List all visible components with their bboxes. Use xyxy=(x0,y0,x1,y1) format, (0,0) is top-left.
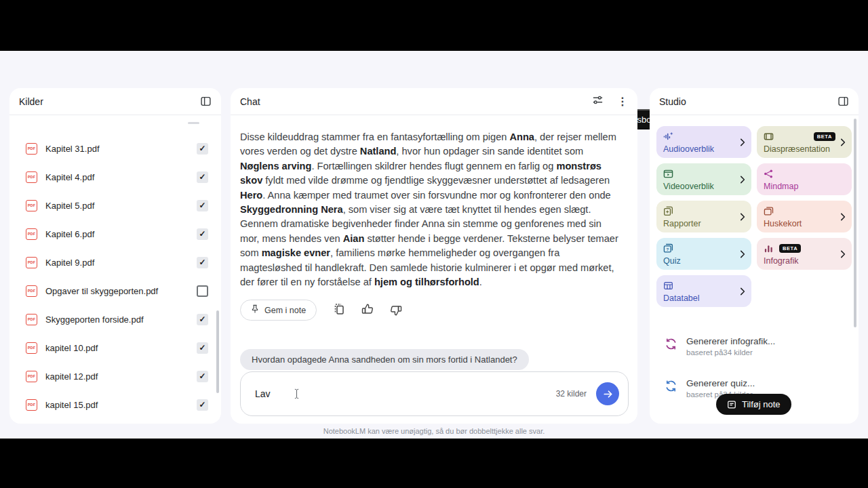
chat-input-value[interactable]: Lav xyxy=(255,388,271,399)
source-name: Kapitel 9.pdf xyxy=(45,258,189,268)
task-title: Genererer infografik... xyxy=(686,336,775,346)
pdf-file-icon: PDF xyxy=(26,257,37,268)
studio-card-label: Audiooverblik xyxy=(663,144,714,154)
source-row-kapitel-31-pdf[interactable]: PDF Kapitel 31.pdf ✓ xyxy=(9,134,221,163)
chevron-right-icon xyxy=(740,287,745,296)
source-row-kapitel-10-pdf[interactable]: PDF kapitel 10.pdf ✓ xyxy=(9,333,221,362)
source-name: Kapitel 6.pdf xyxy=(45,229,189,239)
pdf-file-icon: PDF xyxy=(26,371,37,382)
beta-badge: BETA xyxy=(814,132,835,141)
source-checkbox[interactable]: ✓ xyxy=(197,200,208,211)
source-row-opgaver-til-skyggeporten-pdf[interactable]: PDF Opgaver til skyggeporten.pdf xyxy=(9,277,221,305)
text-cursor-icon xyxy=(294,388,300,399)
thumbs-down-icon[interactable] xyxy=(390,304,402,317)
suggested-question-chip[interactable]: Hvordan opdagede Anna sandheden om sin m… xyxy=(240,349,529,370)
source-row-kapitel-6-pdf[interactable]: PDF Kapitel 6.pdf ✓ xyxy=(9,220,221,248)
source-row-kapitel-4-pdf[interactable]: PDF Kapitel 4.pdf ✓ xyxy=(9,163,221,191)
studio-card-huskekort[interactable]: Huskekort xyxy=(757,201,852,232)
sources-panel-title: Kilder xyxy=(19,96,43,107)
screen: Skyggeporten + Opret notesbog Del Indsti… xyxy=(0,0,868,488)
source-checkbox[interactable]: ✓ xyxy=(197,171,208,183)
svg-text:?: ? xyxy=(667,246,669,251)
studio-card-quiz[interactable]: ? Quiz xyxy=(656,238,751,270)
note-icon xyxy=(727,400,736,409)
source-checkbox[interactable]: ✓ xyxy=(197,342,208,354)
chevron-right-icon xyxy=(740,138,745,146)
pdf-file-icon: PDF xyxy=(26,285,37,297)
sources-list: PDF Kapitel 31.pdf ✓ PDF Kapitel 4.pdf ✓… xyxy=(9,115,221,419)
studio-card-label: Diaspræsentation xyxy=(764,144,830,154)
source-checkbox[interactable]: ✓ xyxy=(197,143,208,155)
chat-input-box[interactable]: Lav 32 kilder xyxy=(240,371,629,416)
source-row-kapitel-15-pdf[interactable]: PDF kapitel 15.pdf ✓ xyxy=(9,390,221,419)
chat-settings-tune-icon[interactable] xyxy=(592,94,604,108)
datatable-icon xyxy=(663,281,673,291)
studio-card-rapporter[interactable]: Rapporter xyxy=(656,201,751,232)
pdf-file-icon: PDF xyxy=(26,228,37,240)
mindmap-icon xyxy=(764,169,774,179)
send-button[interactable] xyxy=(596,382,619,405)
studio-card-grid: Audiooverblik BETA Diaspræsentation Vide… xyxy=(656,126,852,307)
source-name: kapitel 12.pdf xyxy=(45,371,189,382)
assistant-response-text: Disse kildeuddrag stammer fra en fantasy… xyxy=(240,130,620,289)
scrolled-item-peek xyxy=(188,122,199,124)
sources-scrollbar[interactable] xyxy=(216,310,219,393)
studio-card-diaspr-sentation[interactable]: BETA Diaspræsentation xyxy=(757,126,852,158)
add-note-button[interactable]: Tilføj note xyxy=(716,394,791,415)
studio-card-label: Infografik xyxy=(764,256,798,266)
source-row-kapitel-5-pdf[interactable]: PDF Kapitel 5.pdf ✓ xyxy=(9,191,221,220)
studio-card-datatabel[interactable]: Datatabel xyxy=(656,275,751,307)
studio-scrollbar[interactable] xyxy=(854,119,856,327)
studio-card-label: Datatabel xyxy=(663,293,700,303)
source-count-chip[interactable]: 32 kilder xyxy=(556,389,587,399)
studio-card-infografik[interactable]: BETA Infografik xyxy=(757,238,852,270)
chat-panel-title: Chat xyxy=(240,96,260,107)
copy-response-icon[interactable] xyxy=(333,303,345,318)
audio-waveform-icon xyxy=(663,131,673,142)
beta-badge: BETA xyxy=(779,244,801,253)
studio-card-audiooverblik[interactable]: Audiooverblik xyxy=(656,126,751,158)
thumbs-up-icon[interactable] xyxy=(361,303,374,318)
reports-icon xyxy=(663,206,673,216)
save-to-note-button[interactable]: Gem i note xyxy=(240,300,317,321)
pdf-file-icon: PDF xyxy=(26,314,37,325)
studio-card-label: Quiz xyxy=(663,256,681,266)
source-checkbox[interactable]: ✓ xyxy=(197,314,208,325)
studio-card-videooverblik[interactable]: Videooverblik xyxy=(656,163,751,195)
chevron-right-icon xyxy=(840,138,846,146)
pdf-file-icon: PDF xyxy=(26,399,37,411)
source-name: Opgaver til skyggeporten.pdf xyxy=(45,286,189,296)
source-name: Kapitel 31.pdf xyxy=(45,144,189,154)
source-row-kapitel-12-pdf[interactable]: PDF kapitel 12.pdf ✓ xyxy=(9,362,221,390)
source-checkbox[interactable]: ✓ xyxy=(197,371,208,382)
studio-card-label: Huskekort xyxy=(764,219,802,228)
slideshow-icon xyxy=(764,131,774,142)
source-row-skyggeporten-forside-pdf[interactable]: PDF Skyggeporten forside.pdf ✓ xyxy=(9,305,221,333)
source-checkbox[interactable]: ✓ xyxy=(197,228,208,240)
collapse-studio-panel-icon[interactable] xyxy=(837,96,849,107)
source-row-kapitel-9-pdf[interactable]: PDF Kapitel 9.pdf ✓ xyxy=(9,248,221,277)
video-icon xyxy=(663,169,673,179)
disclaimer-text: NotebookLM kan være unøjagtig, så du bør… xyxy=(0,427,868,435)
studio-task-genererer-infografik-[interactable]: Genererer infografik... baseret på34 kil… xyxy=(665,336,775,357)
infographic-icon xyxy=(764,243,774,253)
source-checkbox[interactable]: ✓ xyxy=(197,257,208,268)
pdf-file-icon: PDF xyxy=(26,200,37,211)
pdf-file-icon: PDF xyxy=(26,342,37,354)
bottom-letterbox-bar xyxy=(0,439,868,488)
pdf-file-icon: PDF xyxy=(26,171,37,183)
studio-panel: Studio Audiooverblik BETA Diaspræsentati… xyxy=(650,88,859,424)
sync-progress-icon xyxy=(665,338,677,357)
collapse-sources-panel-icon[interactable] xyxy=(200,96,212,107)
chevron-right-icon xyxy=(740,249,745,258)
source-checkbox[interactable]: ✓ xyxy=(197,399,208,411)
studio-card-label: Mindmap xyxy=(764,182,798,191)
task-subtitle: baseret på34 kilder xyxy=(686,348,775,357)
sources-panel: Kilder PDF Kapitel 31.pdf ✓ PDF Kapitel … xyxy=(9,88,221,424)
source-name: kapitel 10.pdf xyxy=(45,343,189,353)
chat-more-menu-icon[interactable]: ⋮ xyxy=(617,95,628,108)
send-arrow-icon xyxy=(602,388,614,400)
studio-card-mindmap[interactable]: Mindmap xyxy=(757,163,852,195)
sync-progress-icon xyxy=(665,380,677,399)
source-checkbox[interactable] xyxy=(197,285,208,297)
